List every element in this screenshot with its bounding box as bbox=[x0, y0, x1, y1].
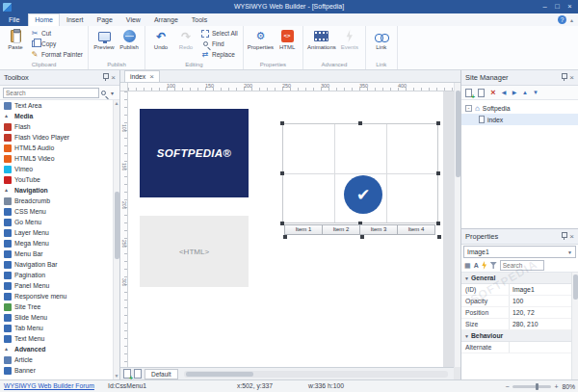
toolbox-search-input[interactable] bbox=[3, 88, 99, 98]
canvas-horizontal-scrollbar[interactable] bbox=[184, 371, 448, 378]
toolbox-item[interactable]: Pagination bbox=[0, 270, 113, 280]
properties-scrollbar[interactable] bbox=[571, 273, 578, 379]
toolbox-item[interactable]: Vimeo bbox=[0, 164, 113, 174]
move-left-icon[interactable]: ◀ bbox=[500, 88, 508, 98]
logo-image-element[interactable]: SOFTPEDIA® bbox=[140, 109, 249, 197]
toolbox-item[interactable]: Banner bbox=[0, 365, 113, 376]
toolbox-item[interactable]: HTML5 Video bbox=[0, 153, 113, 164]
toolbox-item[interactable]: Advanced bbox=[0, 344, 113, 354]
toolbox-item[interactable]: Responsive menu bbox=[0, 291, 113, 301]
property-row[interactable]: Alternate bbox=[461, 342, 571, 353]
menu-item-cell[interactable]: Item 2 bbox=[322, 224, 360, 235]
selection-handle[interactable] bbox=[436, 171, 440, 175]
close-panel-icon[interactable]: × bbox=[111, 74, 116, 82]
toolbox-item[interactable]: Article bbox=[0, 354, 113, 365]
tab-index[interactable]: index × bbox=[124, 70, 160, 82]
toolbox-item[interactable]: Go Menu bbox=[0, 217, 113, 227]
move-down-icon[interactable]: ▼ bbox=[532, 88, 539, 98]
close-panel-icon[interactable]: × bbox=[569, 233, 574, 241]
expander-icon[interactable]: - bbox=[465, 105, 472, 112]
move-right-icon[interactable]: ▶ bbox=[511, 88, 518, 98]
help-icon[interactable]: ? bbox=[558, 15, 566, 24]
ribbon-tab[interactable]: Page bbox=[90, 13, 118, 26]
link-button[interactable]: Link bbox=[369, 27, 394, 51]
toolbox-item[interactable]: Navigation Bar bbox=[0, 259, 113, 270]
toolbox-item[interactable]: Flash bbox=[0, 121, 113, 132]
animations-button[interactable]: Animations bbox=[306, 27, 337, 51]
menu-item-cell[interactable]: Item 4 bbox=[397, 224, 435, 235]
new-page-button[interactable] bbox=[123, 369, 131, 379]
toolbox-item[interactable]: Slide Menu bbox=[0, 312, 113, 323]
menu-item-cell[interactable]: Item 3 bbox=[359, 224, 398, 235]
toolbox-item[interactable]: Tab Menu bbox=[0, 323, 113, 333]
property-row[interactable]: Size 280, 210 bbox=[461, 319, 571, 330]
object-selector-dropdown[interactable]: Image1 ▼ bbox=[463, 246, 576, 258]
property-row[interactable]: Opacity 100 bbox=[461, 296, 571, 307]
scroll-up-icon[interactable]: ▲ bbox=[114, 100, 119, 107]
zoom-in-button[interactable]: + bbox=[553, 383, 560, 390]
select-all-button[interactable]: Select All bbox=[198, 28, 240, 39]
canvas-vertical-scrollbar[interactable] bbox=[454, 83, 460, 367]
menu-items-element[interactable]: Item 1 Item 2 Item 3 Item 4 bbox=[285, 224, 439, 235]
category-behaviour[interactable]: ▼ Behaviour bbox=[461, 330, 571, 342]
close-panel-icon[interactable]: × bbox=[569, 74, 574, 82]
menu-item-cell[interactable]: Item 1 bbox=[284, 224, 323, 235]
toolbox-item[interactable]: CSS Menu bbox=[0, 206, 113, 217]
check-badge-element[interactable]: ✔ bbox=[344, 175, 382, 214]
html-placeholder-element[interactable]: <HTML> bbox=[140, 216, 249, 287]
toolbox-item[interactable]: Panel Menu bbox=[0, 280, 113, 291]
replace-button[interactable]: ⇄ Replace bbox=[198, 49, 240, 60]
scrollbar-thumb[interactable] bbox=[186, 372, 253, 377]
restore-button[interactable]: □ bbox=[551, 0, 564, 13]
toolbox-item[interactable]: Breadcrumb bbox=[0, 196, 113, 206]
page-tab-default[interactable]: Default bbox=[144, 369, 178, 379]
category-general[interactable]: ▼ General bbox=[461, 273, 571, 284]
format-painter-button[interactable]: ✎ Format Painter bbox=[28, 49, 85, 60]
toolbox-scrollbar[interactable]: ▲ ▼ bbox=[113, 100, 119, 379]
pin-icon[interactable] bbox=[561, 73, 566, 83]
selection-handle[interactable] bbox=[280, 121, 284, 125]
site-tree-root[interactable]: - ⌂ Softpedia bbox=[461, 102, 578, 114]
collapse-ribbon-icon[interactable]: ▴ bbox=[570, 16, 573, 23]
pin-icon[interactable] bbox=[102, 73, 108, 83]
ribbon-tab[interactable]: Tools bbox=[185, 13, 214, 26]
toolbox-item[interactable]: Media bbox=[0, 111, 113, 121]
chevron-down-icon[interactable]: ▾ bbox=[108, 90, 117, 96]
html-button[interactable]: <> HTML bbox=[275, 27, 300, 51]
toolbox-item[interactable]: HTML5 Audio bbox=[0, 143, 113, 153]
clone-page-icon[interactable] bbox=[477, 88, 486, 98]
toolbox-item[interactable]: Flash Video Player bbox=[0, 132, 113, 143]
toolbox-item[interactable]: Menu Bar bbox=[0, 248, 113, 259]
toolbox-item[interactable]: Layer Menu bbox=[0, 227, 113, 238]
move-up-icon[interactable]: ▲ bbox=[521, 88, 529, 98]
alphabetical-view-icon[interactable]: A bbox=[474, 261, 479, 271]
preview-button[interactable]: Preview bbox=[92, 27, 117, 51]
zoom-slider-thumb[interactable] bbox=[536, 383, 539, 390]
filter-icon[interactable] bbox=[490, 262, 497, 269]
close-tab-icon[interactable]: × bbox=[149, 73, 154, 81]
events-view-icon[interactable] bbox=[482, 261, 487, 270]
categorized-view-icon[interactable]: ▦ bbox=[464, 261, 471, 271]
pin-icon[interactable] bbox=[561, 232, 566, 242]
toolbox-item[interactable]: Text Menu bbox=[0, 333, 113, 344]
scrollbar-thumb[interactable] bbox=[115, 192, 119, 259]
ribbon-tab[interactable]: View bbox=[119, 13, 147, 26]
property-row[interactable]: (ID) Image1 bbox=[461, 284, 571, 296]
ribbon-tab[interactable]: Insert bbox=[60, 13, 91, 26]
undo-button[interactable]: ↶ Undo bbox=[148, 27, 173, 51]
ribbon-tab[interactable]: Home bbox=[28, 13, 60, 26]
publish-button[interactable]: Publish bbox=[117, 27, 142, 51]
delete-page-icon[interactable]: × bbox=[489, 88, 497, 98]
toolbox-item[interactable]: Mega Menu bbox=[0, 238, 113, 248]
toolbox-item[interactable]: Text Area bbox=[0, 100, 113, 111]
selection-handle[interactable] bbox=[436, 121, 440, 125]
toolbox-item[interactable]: Navigation bbox=[0, 185, 113, 196]
ribbon-tab[interactable]: File bbox=[0, 13, 28, 26]
find-button[interactable]: Find bbox=[198, 39, 240, 49]
redo-button[interactable]: ↷ Redo bbox=[173, 27, 198, 51]
minimize-button[interactable]: – bbox=[539, 0, 551, 13]
property-row[interactable]: Position 120, 72 bbox=[461, 307, 571, 319]
selection-handle[interactable] bbox=[358, 121, 362, 125]
selection-handle[interactable] bbox=[280, 171, 284, 175]
ribbon-tab[interactable]: Arrange bbox=[147, 13, 185, 26]
